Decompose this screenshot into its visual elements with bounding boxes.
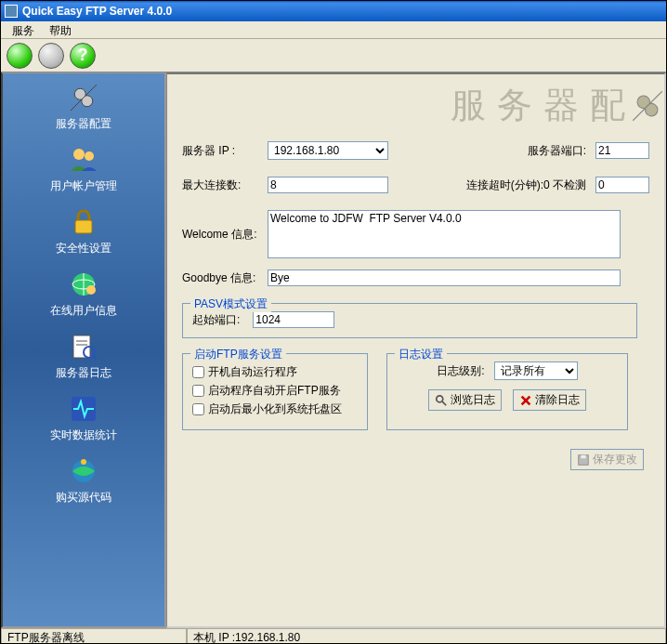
timeout-label: 连接超时(分钟):0 不检测 [466,177,586,193]
sidebar-item-users[interactable]: 用户帐户管理 [3,136,164,198]
svg-point-1 [85,151,94,161]
log-level-select[interactable]: 记录所有 [494,361,578,380]
start-button[interactable] [7,43,33,69]
svg-rect-19 [581,454,585,458]
ftp-start-legend: 启动FTP服务设置 [190,347,286,362]
lock-icon [69,207,98,237]
menu-help[interactable]: 帮助 [42,21,79,38]
svg-point-5 [86,285,96,295]
menu-service[interactable]: 服务 [5,21,42,38]
goodbye-input[interactable] [268,269,621,286]
minimize-tray-label: 启动后最小化到系统托盘区 [208,401,342,417]
titlebar: Quick Easy FTP Server 4.0.0 [1,1,666,21]
menubar: 服务 帮助 [1,21,666,39]
log-level-label: 日志级别: [437,363,484,379]
save-icon [577,453,590,467]
sidebar-item-label: 用户帐户管理 [50,178,117,194]
autostart-ftp-checkbox[interactable] [192,385,204,397]
pasv-fieldset: PASV模式设置 起始端口: [182,303,637,338]
globe-users-icon [69,269,98,299]
globe-icon [69,456,98,486]
users-icon [69,145,98,175]
browse-log-button[interactable]: 浏览日志 [428,389,502,411]
toolbar: ? [1,39,666,72]
sidebar-item-stats[interactable]: 实时数据统计 [3,385,164,447]
welcome-label: Welcome 信息: [182,210,268,243]
svg-rect-2 [75,220,92,233]
server-port-input[interactable] [595,142,649,159]
log-legend: 日志设置 [395,347,447,362]
pasv-start-port-input[interactable] [253,311,334,328]
svg-line-15 [442,401,446,404]
svg-line-10 [93,356,97,360]
log-fieldset: 日志设置 日志级别: 记录所有 浏览日志 [386,353,628,430]
sidebar-item-label: 在线用户信息 [50,303,117,319]
sidebar-item-label: 服务器日志 [56,365,111,381]
sidebar-item-label: 购买源代码 [56,490,111,506]
delete-icon [519,394,532,407]
log-icon [69,332,98,361]
autorun-label: 开机自动运行程序 [208,364,297,380]
pasv-legend: PASV模式设置 [190,296,271,312]
ftp-start-fieldset: 启动FTP服务设置 开机自动运行程序 启动程序自动开启FTP服务 启动后最小化到… [182,353,368,430]
server-port-label: 服务器端口: [528,143,586,159]
app-icon [5,5,18,18]
svg-point-0 [73,149,85,160]
pasv-start-port-label: 起始端口: [192,312,240,328]
banner-wrench-icon [631,89,664,123]
autostart-ftp-label: 启动程序自动开启FTP服务 [208,383,341,399]
statusbar: FTP服务器离线 本机 IP :192.168.1.80 [1,628,666,644]
stop-button[interactable] [38,43,64,69]
goodbye-label: Goodbye 信息: [182,270,268,286]
save-button[interactable]: 保存更改 [570,449,644,470]
welcome-textarea[interactable]: Welcome to JDFW FTP Server V4.0.0 [268,210,621,258]
wrench-icon [69,83,98,112]
server-ip-label: 服务器 IP : [182,143,268,159]
sidebar-item-online-users[interactable]: 在线用户信息 [3,260,164,322]
svg-point-13 [81,459,86,465]
search-icon [435,394,448,407]
content-panel: 服务器配 服务器 IP : 192.168.1.80 服务器端口: 最大连接数:… [166,72,666,628]
sidebar-item-server-config[interactable]: 服务器配置 [3,73,164,136]
max-conn-label: 最大连接数: [182,177,268,193]
pulse-icon [69,394,98,424]
sidebar-item-label: 实时数据统计 [50,427,117,443]
timeout-input[interactable] [595,177,649,193]
svg-point-14 [437,395,443,401]
sidebar-item-logs[interactable]: 服务器日志 [3,322,164,385]
clear-log-button[interactable]: 清除日志 [513,389,586,411]
status-left: FTP服务器离线 [1,629,187,644]
autorun-checkbox[interactable] [192,366,204,378]
sidebar-item-label: 安全性设置 [56,241,111,256]
status-right: 本机 IP :192.168.1.80 [187,629,666,644]
sidebar-item-label: 服务器配置 [56,116,111,132]
max-conn-input[interactable] [268,177,388,193]
sidebar-item-buy[interactable]: 购买源代码 [3,447,164,509]
help-button[interactable]: ? [70,43,96,69]
window-title: Quick Easy FTP Server 4.0.0 [22,5,172,18]
sidebar-item-security[interactable]: 安全性设置 [3,198,164,260]
page-banner: 服务器配 [451,82,664,129]
sidebar: 服务器配置 用户帐户管理 安全性设置 在线用户信息 服务器日志 实时数据统计 购… [1,72,166,628]
minimize-tray-checkbox[interactable] [192,403,204,415]
server-ip-select[interactable]: 192.168.1.80 [268,141,388,160]
